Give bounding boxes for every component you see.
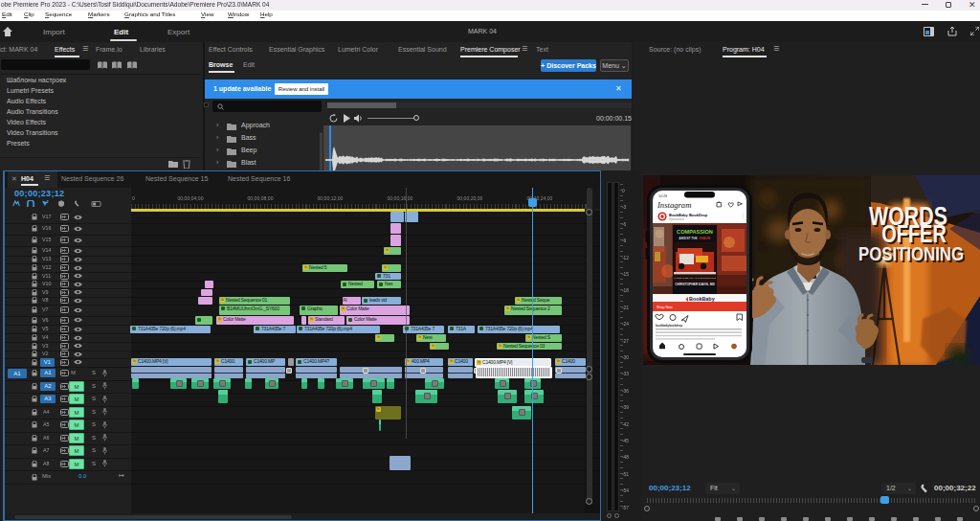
svg-text:CHRISTOPHER DAVIS, MD: CHRISTOPHER DAVIS, MD bbox=[675, 283, 715, 286]
svg-text:POSITIONING: POSITIONING bbox=[858, 244, 964, 264]
svg-text:THERE IS BEAUTY IN THE STRUGGL: THERE IS BEAUTY IN THE STRUGGLE bbox=[674, 277, 716, 280]
svg-text:CHAOS: CHAOS bbox=[699, 237, 711, 240]
svg-text:BookBaby: BookBaby bbox=[689, 296, 715, 302]
svg-text:Instagram: Instagram bbox=[657, 200, 691, 210]
svg-text:⋮: ⋮ bbox=[741, 214, 746, 218]
svg-text:10:28: 10:28 bbox=[658, 194, 667, 198]
svg-text:AMIDST THE: AMIDST THE bbox=[679, 237, 697, 240]
svg-text:BookBaby BookDrop: BookBaby BookDrop bbox=[669, 213, 708, 217]
svg-text:bookbabybookdrop: bookbabybookdrop bbox=[656, 324, 682, 328]
svg-text:Sponsored: Sponsored bbox=[669, 217, 684, 221]
svg-text:Shop Now: Shop Now bbox=[657, 306, 673, 309]
svg-text:COMPASSION: COMPASSION bbox=[677, 229, 713, 235]
